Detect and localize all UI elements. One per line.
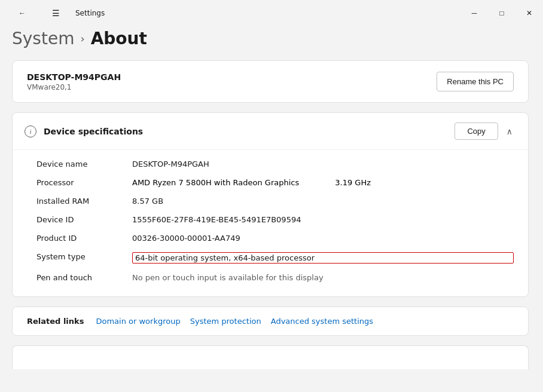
spec-label: Device ID (36, 215, 132, 224)
app-container: System › About DESKTOP-M94PGAH VMware20,… (0, 24, 543, 392)
device-specs-card: i Device specifications Copy ∧ Device na… (12, 112, 529, 297)
spec-value: 1555F60E-27F8-419E-BE45-5491E7B09594 (132, 215, 514, 224)
spec-value: AMD Ryzen 7 5800H with Radeon Graphics (132, 178, 299, 187)
back-icon: ← (19, 9, 26, 17)
related-links-card: Related links Domain or workgroup System… (12, 307, 529, 336)
spec-row-pen-touch: Pen and touch No pen or touch input is a… (36, 268, 514, 287)
spec-row-device-name: Device name DESKTOP-M94PGAH (36, 155, 514, 173)
spec-value: No pen or touch input is available for t… (132, 273, 514, 282)
main-content: System › About DESKTOP-M94PGAH VMware20,… (0, 24, 543, 392)
back-button[interactable]: ← (8, 4, 36, 23)
rename-pc-button[interactable]: Rename this PC (437, 72, 514, 91)
pc-type: VMware20,1 (27, 83, 121, 91)
spec-value: DESKTOP-M94PGAH (132, 160, 514, 169)
spec-value: 00326-30000-00001-AA749 (132, 234, 514, 243)
specs-header-right: Copy ∧ (454, 122, 516, 140)
spec-label: Processor (36, 178, 132, 187)
hamburger-icon: ☰ (52, 8, 60, 18)
spec-label: Pen and touch (36, 273, 132, 282)
specs-header-left: i Device specifications (25, 125, 143, 137)
specs-header: i Device specifications Copy ∧ (13, 113, 528, 150)
hamburger-button[interactable]: ☰ (42, 4, 69, 23)
spec-row-system-type: System type 64-bit operating system, x64… (36, 247, 514, 268)
link-system-protection[interactable]: System protection (190, 317, 261, 326)
window-controls: ─ □ ✕ (460, 4, 543, 23)
spec-row-device-id: Device ID 1555F60E-27F8-419E-BE45-5491E7… (36, 210, 514, 229)
copy-button[interactable]: Copy (454, 122, 498, 140)
pc-info: DESKTOP-M94PGAH VMware20,1 (27, 72, 121, 91)
minimize-button[interactable]: ─ (460, 4, 488, 23)
spec-row-product-id: Product ID 00326-30000-00001-AA749 (36, 229, 514, 247)
breadcrumb-about: About (91, 29, 147, 48)
app-title: Settings (75, 9, 105, 17)
maximize-button[interactable]: □ (488, 4, 515, 23)
spec-value: 8.57 GB (132, 197, 514, 206)
breadcrumb-system: System (12, 29, 74, 48)
link-advanced-system-settings[interactable]: Advanced system settings (271, 317, 373, 326)
breadcrumb-chevron-icon: › (80, 32, 84, 45)
spec-label: System type (36, 252, 132, 264)
bottom-partial-card (12, 345, 529, 369)
spec-value-ghz: 3.19 GHz (335, 178, 371, 187)
spec-label: Device name (36, 160, 132, 169)
related-links-label: Related links (27, 317, 84, 326)
specs-body: Device name DESKTOP-M94PGAH Processor AM… (13, 150, 528, 296)
collapse-icon[interactable]: ∧ (503, 124, 516, 139)
pc-name: DESKTOP-M94PGAH (27, 72, 121, 82)
pc-name-card: DESKTOP-M94PGAH VMware20,1 Rename this P… (12, 60, 529, 103)
related-links-header: Related links Domain or workgroup System… (27, 317, 514, 326)
breadcrumb: System › About (12, 29, 529, 48)
spec-value-highlighted: 64-bit operating system, x64-based proce… (132, 252, 514, 264)
spec-row-ram: Installed RAM 8.57 GB (36, 192, 514, 210)
spec-value-inline: AMD Ryzen 7 5800H with Radeon Graphics 3… (132, 178, 514, 187)
spec-label: Installed RAM (36, 197, 132, 206)
close-button[interactable]: ✕ (515, 4, 543, 23)
title-bar: ← ☰ Settings ─ □ ✕ (0, 0, 543, 24)
info-icon: i (25, 125, 36, 137)
specs-section-title: Device specifications (44, 127, 143, 136)
spec-label: Product ID (36, 234, 132, 243)
link-domain-workgroup[interactable]: Domain or workgroup (96, 317, 180, 326)
spec-row-processor: Processor AMD Ryzen 7 5800H with Radeon … (36, 173, 514, 192)
